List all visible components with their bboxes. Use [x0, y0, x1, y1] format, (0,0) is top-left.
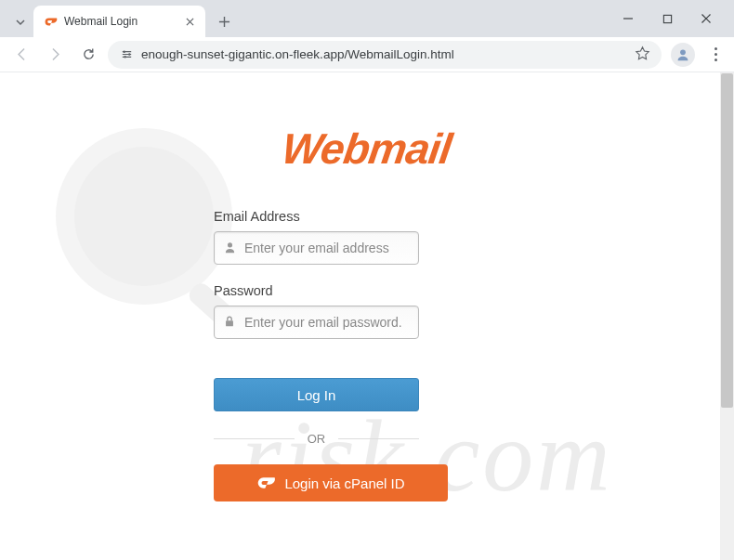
- window-maximize-button[interactable]: [656, 7, 678, 30]
- browser-menu-button[interactable]: [704, 47, 727, 61]
- email-input[interactable]: [214, 231, 419, 265]
- browser-tab-strip: Webmail Login: [0, 0, 734, 37]
- email-label: Email Address: [214, 209, 520, 224]
- login-button[interactable]: Log In: [214, 378, 419, 411]
- new-tab-button[interactable]: [211, 8, 237, 34]
- svg-point-5: [228, 242, 232, 247]
- password-label: Password: [214, 283, 520, 298]
- site-settings-icon[interactable]: [119, 47, 134, 62]
- scrollbar[interactable]: [720, 72, 734, 560]
- lock-icon: [223, 315, 238, 330]
- divider-text: OR: [295, 432, 339, 446]
- cpanel-favicon-icon: [43, 14, 58, 29]
- browser-tab-active[interactable]: Webmail Login: [33, 6, 205, 37]
- browser-toolbar: enough-sunset-gigantic.on-fleek.app/Webm…: [0, 37, 734, 72]
- window-close-button[interactable]: [695, 7, 717, 30]
- webmail-logo: Webmail: [214, 124, 520, 174]
- cpanel-icon: [256, 474, 275, 492]
- chevron-down-icon: [15, 17, 26, 28]
- tab-title: Webmail Login: [64, 15, 177, 28]
- close-icon: [701, 13, 712, 24]
- star-icon: [635, 46, 650, 61]
- profile-button[interactable]: [671, 43, 695, 67]
- close-icon: [186, 18, 194, 26]
- bookmark-button[interactable]: [635, 46, 650, 64]
- person-icon: [675, 46, 691, 63]
- scrollbar-thumb[interactable]: [721, 73, 733, 408]
- nav-reload-button[interactable]: [74, 41, 102, 69]
- minimize-icon: [623, 13, 634, 24]
- arrow-left-icon: [14, 46, 30, 62]
- svg-point-3: [124, 56, 125, 58]
- address-bar[interactable]: enough-sunset-gigantic.on-fleek.app/Webm…: [108, 41, 662, 69]
- url-text: enough-sunset-gigantic.on-fleek.app/Webm…: [141, 47, 627, 61]
- tab-search-dropdown[interactable]: [7, 7, 33, 37]
- nav-forward-button[interactable]: [41, 41, 69, 69]
- svg-rect-0: [663, 15, 671, 22]
- divider: OR: [214, 432, 419, 446]
- login-form: Webmail Email Address Password Log In: [214, 124, 520, 501]
- page-viewport: risk.com Webmail Email Address Password: [0, 72, 734, 560]
- cpanel-button-label: Login via cPanel ID: [284, 475, 404, 491]
- arrow-right-icon: [47, 46, 63, 62]
- nav-back-button[interactable]: [7, 41, 35, 69]
- dots-icon: [714, 47, 717, 50]
- person-icon: [223, 241, 238, 255]
- svg-rect-6: [226, 320, 233, 326]
- reload-icon: [81, 46, 97, 62]
- plus-icon: [218, 16, 230, 28]
- cpanel-login-button[interactable]: Login via cPanel ID: [214, 464, 448, 501]
- svg-point-2: [128, 53, 130, 55]
- tab-close-button[interactable]: [183, 15, 196, 28]
- window-minimize-button[interactable]: [617, 7, 639, 30]
- svg-point-4: [680, 49, 686, 55]
- maximize-icon: [662, 14, 673, 24]
- svg-point-1: [123, 50, 125, 52]
- password-input[interactable]: [214, 306, 419, 339]
